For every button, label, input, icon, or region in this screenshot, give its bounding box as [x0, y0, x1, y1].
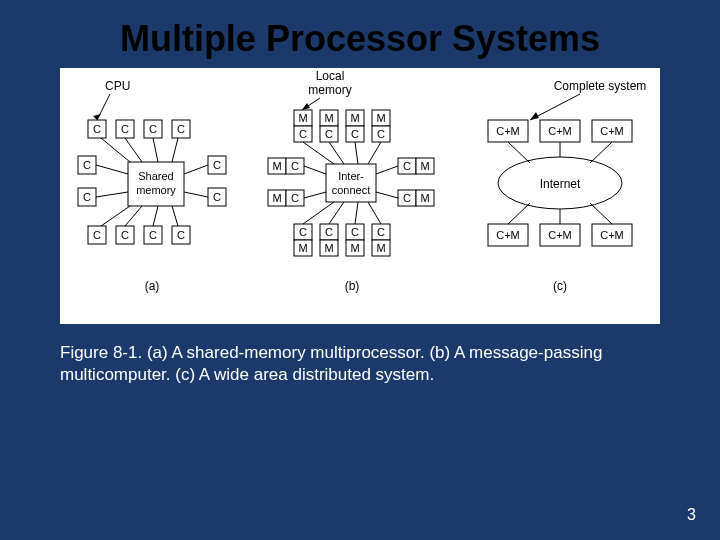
svg-text:C: C [299, 128, 307, 140]
page-number: 3 [687, 506, 696, 524]
svg-text:C+M: C+M [548, 229, 572, 241]
svg-line-81 [368, 202, 381, 224]
node-c: C [144, 120, 162, 162]
svg-text:C+M: C+M [496, 229, 520, 241]
svg-text:M: M [324, 112, 333, 124]
svg-line-76 [355, 202, 358, 224]
node-c: C [144, 206, 162, 244]
diagram-a-label: (a) [145, 279, 160, 293]
svg-line-5 [101, 138, 130, 162]
svg-text:C: C [291, 192, 299, 204]
svg-line-51 [329, 142, 344, 164]
node-cm: C+M [590, 120, 632, 163]
svg-text:M: M [350, 112, 359, 124]
node-cm: C+M [488, 120, 530, 163]
svg-text:C: C [121, 123, 129, 135]
svg-text:C: C [291, 160, 299, 172]
node-left: M C [268, 190, 326, 206]
svg-text:M: M [420, 192, 429, 204]
svg-text:M: M [376, 112, 385, 124]
svg-text:C: C [149, 229, 157, 241]
node-top: M C [320, 110, 344, 164]
diagram-b: Local memory Inter- connect M C M C M C … [268, 69, 434, 293]
svg-line-71 [329, 202, 344, 224]
svg-text:M: M [324, 242, 333, 254]
svg-line-20 [96, 192, 128, 197]
shared-memory-label-2: memory [136, 184, 176, 196]
svg-text:C: C [83, 191, 91, 203]
svg-line-29 [101, 206, 130, 226]
svg-text:C+M: C+M [600, 229, 624, 241]
node-right: C M [376, 190, 434, 206]
svg-text:C: C [403, 192, 411, 204]
diagram-c: Complete system Internet C+M C+M C+M C+M… [488, 79, 646, 293]
svg-line-35 [153, 206, 158, 226]
shared-memory-label-1: Shared [138, 170, 173, 182]
svg-line-56 [355, 142, 358, 164]
svg-text:C+M: C+M [548, 125, 572, 137]
node-bottom: C M [368, 202, 390, 256]
svg-line-32 [125, 206, 142, 226]
svg-text:C: C [377, 226, 385, 238]
node-c: C [172, 206, 190, 244]
svg-line-96 [376, 166, 398, 174]
svg-text:C: C [177, 229, 185, 241]
svg-text:C: C [121, 229, 129, 241]
svg-marker-40 [302, 103, 310, 110]
cpu-pointer-label: CPU [105, 79, 130, 93]
svg-line-116 [508, 203, 530, 224]
svg-line-101 [376, 192, 398, 198]
svg-line-8 [125, 138, 142, 162]
node-top: M C [346, 110, 364, 164]
svg-line-26 [184, 192, 208, 197]
svg-text:C: C [299, 226, 307, 238]
node-bottom: C M [346, 202, 364, 256]
slide-title: Multiple Processor Systems [0, 0, 720, 68]
svg-text:C: C [177, 123, 185, 135]
node-c: C [184, 156, 226, 174]
svg-line-23 [184, 165, 208, 174]
svg-line-107 [508, 142, 530, 163]
svg-text:C: C [351, 226, 359, 238]
svg-text:C+M: C+M [600, 125, 624, 137]
svg-text:M: M [420, 160, 429, 172]
svg-text:C: C [213, 159, 221, 171]
node-right: C M [376, 158, 434, 174]
svg-text:C: C [149, 123, 157, 135]
svg-text:C: C [93, 123, 101, 135]
svg-marker-1 [93, 114, 101, 120]
svg-marker-103 [530, 112, 539, 120]
svg-line-122 [590, 203, 612, 224]
svg-text:M: M [298, 112, 307, 124]
svg-line-61 [368, 142, 381, 164]
node-c: C [116, 206, 142, 244]
svg-text:C: C [351, 128, 359, 140]
internet-label: Internet [540, 177, 581, 191]
node-c: C [78, 156, 128, 174]
svg-line-113 [590, 142, 612, 163]
svg-text:C: C [377, 128, 385, 140]
figure-caption: Figure 8-1. (a) A shared-memory multipro… [60, 342, 660, 386]
svg-text:C: C [325, 226, 333, 238]
svg-line-11 [153, 138, 158, 162]
localmem-label-2: memory [308, 83, 351, 97]
diagram-a: CPU Shared memory C C C C C C C C C C C … [78, 79, 226, 293]
complete-system-label: Complete system [554, 79, 647, 93]
svg-text:M: M [298, 242, 307, 254]
svg-text:M: M [350, 242, 359, 254]
svg-line-17 [96, 165, 128, 174]
svg-text:C: C [93, 229, 101, 241]
svg-line-66 [303, 202, 334, 224]
svg-text:M: M [272, 160, 281, 172]
svg-text:C: C [325, 128, 333, 140]
svg-text:M: M [272, 192, 281, 204]
node-cm: C+M [540, 209, 580, 246]
interconnect-label-1: Inter- [338, 170, 364, 182]
node-cm: C+M [488, 203, 530, 246]
figure-panel: CPU Shared memory C C C C C C C C C C C … [60, 68, 660, 324]
node-top: M C [368, 110, 390, 164]
svg-line-38 [172, 206, 178, 226]
diagram-b-label: (b) [345, 279, 360, 293]
node-bottom: C M [320, 202, 344, 256]
svg-text:C: C [403, 160, 411, 172]
